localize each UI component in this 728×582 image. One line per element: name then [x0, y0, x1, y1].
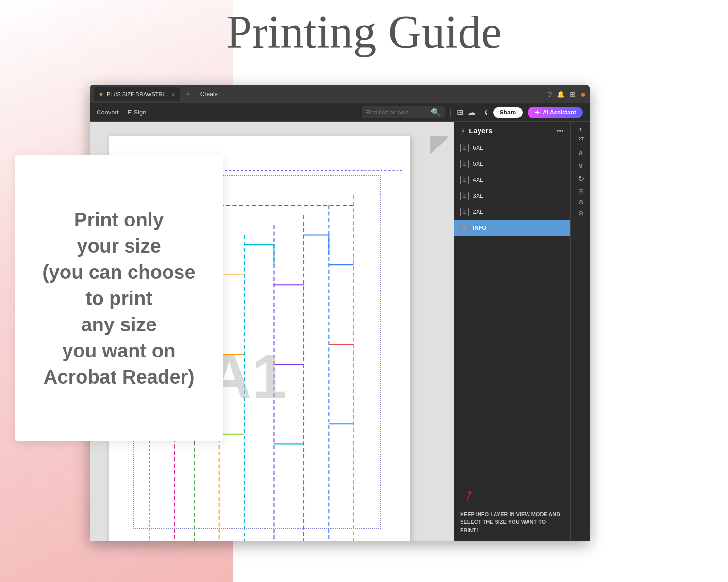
grid-icon[interactable]: ⊞	[570, 90, 576, 98]
share-button[interactable]: Share	[493, 107, 523, 118]
profile-icon[interactable]: ●	[580, 89, 586, 99]
zoom-out-icon[interactable]: ⊖	[579, 198, 584, 206]
search-bar[interactable]: 🔍	[362, 106, 445, 118]
zoom-in-icon[interactable]: ⊕	[579, 210, 584, 217]
tab-label: PLUS SIZE DRAWSTRI...	[107, 91, 168, 97]
print-info-text: Print only your size (you can choose to …	[42, 207, 196, 390]
page-num-27[interactable]: 27	[578, 136, 584, 142]
ai-label: AI Assistant	[543, 109, 576, 116]
layer-name: INFO	[473, 225, 564, 231]
create-button[interactable]: Create	[197, 90, 222, 98]
page-numbers: 1 27 ∧ ∨ ↻ ⊞ ⊖ ⊕	[572, 122, 590, 541]
layout-icon[interactable]: ⊞	[457, 108, 463, 117]
arrow-container: ↑	[454, 479, 570, 503]
layers-list: ☑6XL☑5XL☑4XL☑3XL☑2XL☑INFO	[454, 140, 570, 483]
print-line5: any size	[81, 314, 157, 335]
tab-bar: ★ PLUS SIZE DRAWSTRI... × + Create ? 🔔 ⊞…	[90, 85, 590, 103]
layer-item[interactable]: ☑5XL	[454, 156, 570, 172]
toolbar-right: 🔍 | ⊞ ☁ 🖨 Share ✦ AI Assistant	[362, 106, 583, 118]
ai-assistant-button[interactable]: ✦ AI Assistant	[528, 107, 583, 118]
layers-info-text: KEEP INFO LAYER IN VIEW MODE AND SELECT …	[454, 503, 570, 541]
print-line6: you want on	[62, 340, 175, 361]
print-line4: to print	[85, 288, 152, 309]
layers-header: × Layers •••	[454, 122, 570, 140]
page-up-icon[interactable]: ∧	[578, 148, 584, 157]
layer-eye-icon[interactable]: ☑	[460, 160, 469, 168]
layer-item[interactable]: ☑2XL	[454, 204, 570, 220]
layer-name: 6XL	[473, 145, 564, 151]
tab-bar-right: ? 🔔 ⊞ ●	[548, 89, 586, 99]
layer-item[interactable]: ☑3XL	[454, 188, 570, 204]
layer-item[interactable]: ☑6XL	[454, 140, 570, 156]
print-info-box: Print only your size (you can choose to …	[15, 155, 223, 441]
page-down-icon[interactable]: ∨	[578, 161, 584, 170]
layer-name: 5XL	[473, 161, 564, 167]
layer-eye-icon[interactable]: ☑	[460, 208, 469, 216]
bell-icon[interactable]: 🔔	[557, 90, 565, 98]
print-line1: Print only	[74, 209, 164, 230]
ai-icon: ✦	[534, 109, 540, 116]
layer-eye-icon[interactable]: ☑	[460, 224, 469, 232]
pages-icon[interactable]: ⊞	[579, 187, 584, 194]
print-line2: your size	[77, 235, 161, 257]
convert-button[interactable]: Convert	[97, 109, 119, 116]
print-line3: (you can choose	[42, 261, 196, 283]
layers-close-icon[interactable]: ×	[461, 127, 465, 135]
print-line7: Acrobat Reader)	[43, 366, 194, 388]
toolbar: Convert E-Sign 🔍 | ⊞ ☁ 🖨 Share ✦ AI Assi…	[90, 103, 590, 122]
print-icon[interactable]: 🖨	[480, 108, 488, 117]
layers-title: Layers	[469, 127, 552, 135]
layer-item[interactable]: ☑4XL	[454, 172, 570, 188]
help-icon[interactable]: ?	[548, 90, 552, 98]
tab-star-icon: ★	[99, 91, 104, 97]
tab-close-icon[interactable]: ×	[171, 91, 175, 98]
page-fold	[430, 136, 449, 156]
divider-line: |	[449, 107, 452, 117]
layer-item[interactable]: ☑INFO	[454, 220, 570, 236]
layers-panel: × Layers ••• ☑6XL☑5XL☑4XL☑3XL☑2XL☑INFO ↑…	[454, 122, 570, 541]
search-icon: 🔍	[431, 108, 441, 117]
new-tab-icon[interactable]: +	[182, 89, 194, 99]
layer-name: 4XL	[473, 177, 564, 183]
page-num-1[interactable]: 1	[579, 127, 582, 132]
layer-name: 2XL	[473, 209, 564, 215]
layer-eye-icon[interactable]: ☑	[460, 192, 469, 200]
search-input[interactable]	[365, 109, 429, 116]
layer-name: 3XL	[473, 193, 564, 199]
active-tab[interactable]: ★ PLUS SIZE DRAWSTRI... ×	[94, 87, 180, 101]
cloud-icon[interactable]: ☁	[468, 108, 476, 117]
esign-button[interactable]: E-Sign	[128, 109, 147, 116]
layers-more-icon[interactable]: •••	[556, 127, 563, 135]
refresh-icon[interactable]: ↻	[578, 174, 584, 183]
red-arrow-icon: ↑	[462, 485, 476, 504]
layer-eye-icon[interactable]: ☑	[460, 176, 469, 184]
layer-eye-icon[interactable]: ☑	[460, 144, 469, 152]
